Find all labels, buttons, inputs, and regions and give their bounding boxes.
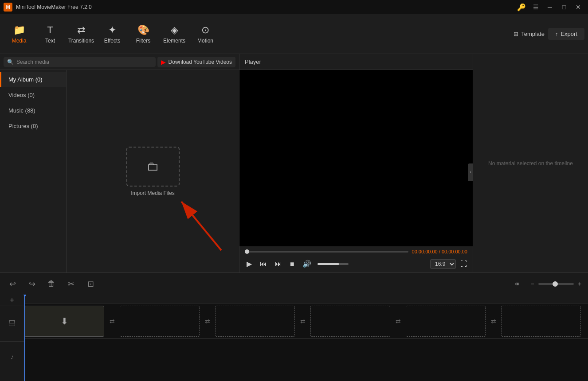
stop-button[interactable]: ■ <box>288 259 296 269</box>
sidebar-item-music-label: Music (88) <box>8 107 35 114</box>
left-content: My Album (0) Videos (0) Music (88) Pictu… <box>0 70 239 272</box>
sidebar: My Album (0) Videos (0) Music (88) Pictu… <box>0 70 67 272</box>
timeline-ruler <box>24 295 588 303</box>
template-label: Template <box>521 31 545 37</box>
search-placeholder: Search media <box>16 59 49 65</box>
transition-icon-1: ⇄ <box>205 318 210 325</box>
timeline-controls: ↩ ↪ 🗑 ✂ ⊡ ⚭ － ＋ <box>0 272 588 295</box>
crop-button[interactable]: ⊡ <box>83 277 98 291</box>
motion-label: Motion <box>197 38 213 44</box>
tab-effects[interactable]: ✦ Effects <box>97 16 128 52</box>
minimize-button[interactable]: ─ <box>544 1 556 13</box>
film-icon: 🎞 <box>8 320 16 328</box>
transition-4[interactable]: ⇄ <box>486 306 501 337</box>
media-tabs: 🔍 Search media ▶ Download YouTube Videos <box>0 54 239 70</box>
export-icon: ↑ <box>555 31 558 37</box>
playhead-line <box>24 295 25 381</box>
mute-button[interactable]: 🔊 <box>301 259 313 269</box>
yt-label: Download YouTube Videos <box>169 59 232 65</box>
tab-motion[interactable]: ⊙ Motion <box>190 16 221 52</box>
tab-media[interactable]: 📁 Media <box>4 16 35 52</box>
play-button[interactable]: ▶ <box>245 259 254 269</box>
fullscreen-button[interactable]: ⛶ <box>460 260 467 268</box>
svg-line-1 <box>181 202 221 250</box>
video-track: ⬇ ⇄ ⇄ ⇄ ⇄ <box>24 303 588 339</box>
filters-label: Filters <box>136 38 151 44</box>
video-clip-3[interactable] <box>310 306 390 337</box>
close-button[interactable]: ✕ <box>572 1 584 13</box>
video-clip-5[interactable] <box>501 306 581 337</box>
transitions-label: Transitions <box>68 38 94 44</box>
sidebar-item-album[interactable]: My Album (0) <box>0 72 66 87</box>
collapse-panel-button[interactable]: › <box>468 163 473 181</box>
timeline: ＋ 🎞 ♪ ⬇ ⇄ <box>0 295 588 381</box>
app-title: MiniTool MovieMaker Free 7.2.0 <box>16 4 517 10</box>
yt-download-button[interactable]: ▶ Download YouTube Videos <box>157 57 235 67</box>
player-header: Player <box>239 54 473 70</box>
tab-filters[interactable]: 🎨 Filters <box>128 16 159 52</box>
cut-button[interactable]: ✂ <box>64 277 78 291</box>
zoom-in-icon[interactable]: ＋ <box>576 280 583 288</box>
text-icon: T <box>47 24 53 36</box>
transition-1[interactable]: ⇄ <box>200 306 215 337</box>
tab-elements[interactable]: ◈ Elements <box>159 16 190 52</box>
transition-icon-3: ⇄ <box>396 318 401 325</box>
title-bar: M MiniTool MovieMaker Free 7.2.0 🔑 ☰ ─ □… <box>0 0 588 14</box>
sidebar-item-music[interactable]: Music (88) <box>0 103 66 118</box>
delete-button[interactable]: 🗑 <box>44 277 59 291</box>
export-button[interactable]: ↑ Export <box>548 28 584 40</box>
next-frame-button[interactable]: ⏭ <box>273 259 284 269</box>
add-track-button[interactable]: ＋ <box>0 295 24 306</box>
main-layout: 🔍 Search media ▶ Download YouTube Videos… <box>0 54 588 272</box>
maximize-button[interactable]: □ <box>558 1 570 13</box>
volume-slider[interactable] <box>318 263 349 265</box>
progress-track[interactable] <box>245 251 408 253</box>
video-clip-0[interactable]: ⬇ <box>24 306 104 337</box>
time-display: 00:00:00.00 / 00:00:00.00 <box>412 249 467 254</box>
import-media-box[interactable]: 🗀 <box>126 147 180 187</box>
menu-button[interactable]: ☰ <box>529 1 542 13</box>
volume-fill <box>318 263 339 265</box>
folder-icon: 🗀 <box>147 159 159 174</box>
search-input[interactable]: 🔍 Search media <box>4 57 156 67</box>
music-icon: ♪ <box>10 353 14 361</box>
add-track-icon: ＋ <box>8 295 16 305</box>
motion-icon: ⊙ <box>201 24 209 36</box>
right-panel: › No material selected on the timeline <box>473 54 588 272</box>
undo-button[interactable]: ↩ <box>5 277 20 291</box>
text-label: Text <box>45 38 55 44</box>
zoom-slider[interactable] <box>538 283 574 285</box>
transition-0[interactable]: ⇄ <box>104 306 120 337</box>
aspect-ratio-select[interactable]: 16:9 4:3 1:1 9:16 <box>430 259 456 269</box>
search-icon: 🔍 <box>7 59 14 65</box>
sidebar-item-pictures[interactable]: Pictures (0) <box>0 118 66 134</box>
title-controls: ☰ ─ □ ✕ <box>529 1 584 13</box>
video-track-icon: 🎞 <box>0 306 24 342</box>
player-progress: 00:00:00.00 / 00:00:00.00 <box>239 246 473 257</box>
video-clip-4[interactable] <box>406 306 486 337</box>
prev-frame-button[interactable]: ⏮ <box>258 259 269 269</box>
split-button[interactable]: ⚭ <box>510 277 524 291</box>
time-total: 00:00:00.00 <box>442 249 467 254</box>
tab-transitions[interactable]: ⇄ Transitions <box>66 16 97 52</box>
transition-icon-2: ⇄ <box>300 318 306 325</box>
player-panel: Player 00:00:00.00 / 00:00:00.00 ▶ ⏮ ⏭ ■… <box>239 54 473 272</box>
redo-button[interactable]: ↪ <box>25 277 39 291</box>
audio-track <box>24 339 588 372</box>
player-title: Player <box>245 58 467 65</box>
video-clip-1[interactable] <box>120 306 200 337</box>
media-icon: 📁 <box>13 24 25 36</box>
sidebar-item-videos-label: Videos (0) <box>8 92 35 98</box>
tab-text[interactable]: T Text <box>35 16 66 52</box>
template-button[interactable]: ⊞ Template <box>510 29 548 39</box>
filters-icon: 🎨 <box>137 24 149 36</box>
transition-2[interactable]: ⇄ <box>295 306 310 337</box>
youtube-icon: ▶ <box>161 58 166 66</box>
transition-icon-4: ⇄ <box>491 318 496 325</box>
transition-3[interactable]: ⇄ <box>390 306 406 337</box>
import-label: Import Media Files <box>131 190 175 196</box>
sidebar-item-videos[interactable]: Videos (0) <box>0 87 66 103</box>
zoom-out-icon[interactable]: － <box>529 280 536 288</box>
zoom-control: － ＋ <box>529 280 583 288</box>
video-clip-2[interactable] <box>215 306 295 337</box>
